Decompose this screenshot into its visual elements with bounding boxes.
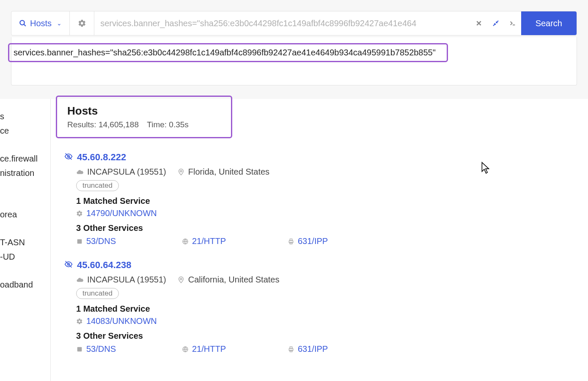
- collapse-button[interactable]: [487, 11, 504, 35]
- search-icon: [19, 19, 27, 27]
- main-area: s ce ce.firewall nistration orea T-ASN U…: [0, 99, 588, 381]
- svg-point-7: [180, 170, 182, 172]
- pin-icon: [177, 168, 185, 176]
- facets-sidebar: s ce ce.firewall nistration orea T-ASN U…: [0, 99, 51, 381]
- facet-item[interactable]: orea: [0, 207, 50, 222]
- results-time: Time: 0.35s: [147, 120, 189, 129]
- svg-rect-8: [77, 239, 82, 244]
- query-text[interactable]: services.banner_hashes="sha256:e3b0c4429…: [14, 48, 436, 57]
- result-tag[interactable]: truncated: [76, 288, 119, 299]
- result-asn[interactable]: INCAPSULA (19551): [76, 275, 166, 285]
- facet-item[interactable]: oadband: [0, 277, 50, 292]
- facet-item[interactable]: T-ASN: [0, 235, 50, 249]
- result-ip-link[interactable]: 45.60.64.238: [77, 260, 131, 271]
- search-bar: Hosts ⌄ services.banner_hashes="sha256:e…: [11, 11, 577, 36]
- card-icon: [76, 238, 83, 245]
- service-link[interactable]: 53/DNS: [76, 344, 182, 354]
- result-asn[interactable]: INCAPSULA (19551): [76, 167, 166, 177]
- visibility-icon: [64, 260, 73, 270]
- results-meta: Results: 14,605,188 Time: 0.35s: [67, 120, 189, 129]
- hosts-dropdown-label: Hosts: [30, 19, 52, 28]
- visibility-icon: [64, 152, 73, 162]
- svg-point-15: [180, 278, 182, 280]
- collapse-icon: [492, 20, 499, 27]
- svg-rect-19: [290, 347, 292, 348]
- results-title: Hosts: [67, 104, 189, 118]
- facet-item[interactable]: nistration: [0, 166, 50, 180]
- other-services-header: 3 Other Services: [76, 223, 588, 233]
- printer-icon: [288, 346, 294, 353]
- service-link[interactable]: 21/HTTP: [182, 344, 288, 354]
- svg-rect-16: [77, 347, 82, 351]
- hosts-dropdown[interactable]: Hosts ⌄: [11, 11, 70, 35]
- close-icon: [475, 20, 482, 27]
- terminal-icon: [509, 20, 516, 27]
- results-count: Results: 14,605,188: [67, 120, 139, 129]
- gear-icon: [76, 210, 83, 217]
- result-item: 45.60.64.238 INCAPSULA (19551) Californi…: [61, 260, 588, 354]
- service-link[interactable]: 631/IPP: [288, 344, 393, 354]
- matched-service-link[interactable]: 14790/UNKNOWN: [76, 208, 588, 218]
- result-tag[interactable]: truncated: [76, 180, 119, 191]
- service-link[interactable]: 53/DNS: [76, 236, 182, 246]
- result-location[interactable]: Florida, United States: [177, 167, 269, 177]
- result-ip-link[interactable]: 45.60.8.222: [77, 152, 126, 163]
- globe-icon: [182, 238, 189, 245]
- search-button[interactable]: Search: [521, 11, 577, 35]
- cloud-icon: [76, 276, 84, 284]
- results-panel: Hosts Results: 14,605,188 Time: 0.35s 45…: [51, 99, 588, 381]
- result-location[interactable]: California, United States: [177, 275, 280, 285]
- facet-item[interactable]: ce: [0, 123, 50, 138]
- facet-item[interactable]: ce.firewall: [0, 151, 50, 166]
- svg-line-1: [24, 24, 26, 26]
- facet-item[interactable]: s: [0, 109, 50, 123]
- gear-icon: [78, 19, 86, 27]
- card-icon: [76, 346, 83, 353]
- results-header-highlight: Hosts Results: 14,605,188 Time: 0.35s: [56, 96, 232, 138]
- chevron-down-icon: ⌄: [57, 20, 62, 27]
- pin-icon: [177, 276, 185, 284]
- service-link[interactable]: 21/HTTP: [182, 236, 288, 246]
- query-expanded-highlight: services.banner_hashes="sha256:e3b0c4429…: [8, 43, 448, 62]
- query-expanded: services.banner_hashes="sha256:e3b0c4429…: [11, 37, 577, 85]
- search-input[interactable]: services.banner_hashes="sha256:e3b0c4429…: [94, 11, 470, 35]
- cloud-icon: [76, 168, 84, 176]
- search-bar-container: Hosts ⌄ services.banner_hashes="sha256:e…: [0, 0, 588, 85]
- svg-rect-11: [290, 239, 292, 241]
- other-services-header: 3 Other Services: [76, 331, 588, 341]
- service-link[interactable]: 631/IPP: [288, 236, 393, 246]
- gear-icon: [76, 318, 83, 325]
- globe-icon: [182, 346, 189, 353]
- settings-button[interactable]: [70, 11, 94, 35]
- search-input-text: services.banner_hashes="sha256:e3b0c4429…: [100, 19, 464, 28]
- printer-icon: [288, 238, 294, 245]
- matched-services-header: 1 Matched Service: [76, 196, 588, 206]
- matched-services-header: 1 Matched Service: [76, 304, 588, 314]
- svg-point-0: [20, 20, 25, 25]
- matched-service-link[interactable]: 14083/UNKNOWN: [76, 316, 588, 326]
- result-item: 45.60.8.222 INCAPSULA (19551) Florida, U…: [61, 152, 588, 246]
- terminal-button[interactable]: [504, 11, 521, 35]
- clear-button[interactable]: [470, 11, 487, 35]
- facet-item[interactable]: UD-: [0, 249, 50, 264]
